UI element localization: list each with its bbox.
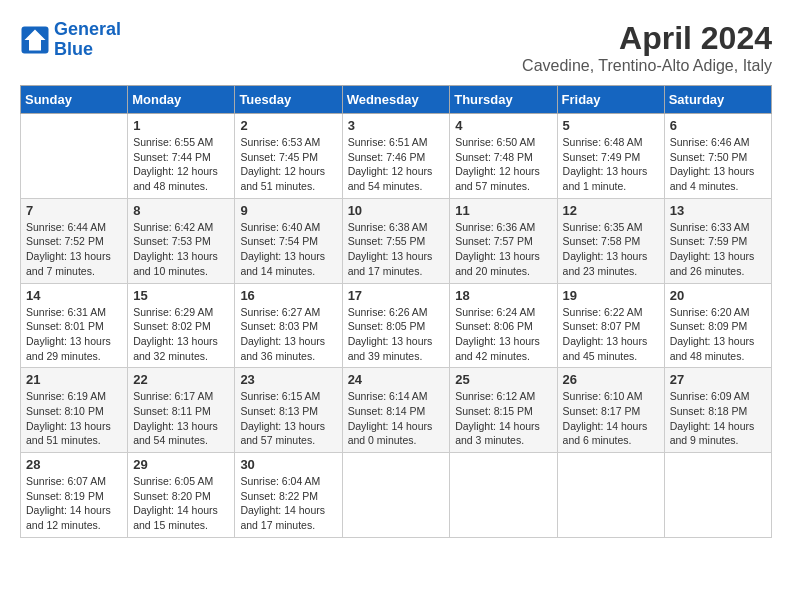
day-number: 30: [240, 457, 336, 472]
day-header-sunday: Sunday: [21, 86, 128, 114]
day-info: Sunrise: 6:15 AM Sunset: 8:13 PM Dayligh…: [240, 389, 336, 448]
day-info: Sunrise: 6:05 AM Sunset: 8:20 PM Dayligh…: [133, 474, 229, 533]
calendar-cell: 27Sunrise: 6:09 AM Sunset: 8:18 PM Dayli…: [664, 368, 771, 453]
calendar-cell: [21, 114, 128, 199]
day-number: 15: [133, 288, 229, 303]
calendar-cell: 16Sunrise: 6:27 AM Sunset: 8:03 PM Dayli…: [235, 283, 342, 368]
day-info: Sunrise: 6:31 AM Sunset: 8:01 PM Dayligh…: [26, 305, 122, 364]
week-row-2: 14Sunrise: 6:31 AM Sunset: 8:01 PM Dayli…: [21, 283, 772, 368]
day-info: Sunrise: 6:27 AM Sunset: 8:03 PM Dayligh…: [240, 305, 336, 364]
calendar-cell: 21Sunrise: 6:19 AM Sunset: 8:10 PM Dayli…: [21, 368, 128, 453]
calendar-cell: 10Sunrise: 6:38 AM Sunset: 7:55 PM Dayli…: [342, 198, 450, 283]
day-header-tuesday: Tuesday: [235, 86, 342, 114]
day-number: 22: [133, 372, 229, 387]
day-number: 26: [563, 372, 659, 387]
calendar-body: 1Sunrise: 6:55 AM Sunset: 7:44 PM Daylig…: [21, 114, 772, 538]
day-number: 5: [563, 118, 659, 133]
calendar-cell: 25Sunrise: 6:12 AM Sunset: 8:15 PM Dayli…: [450, 368, 557, 453]
week-row-0: 1Sunrise: 6:55 AM Sunset: 7:44 PM Daylig…: [21, 114, 772, 199]
day-number: 1: [133, 118, 229, 133]
day-info: Sunrise: 6:55 AM Sunset: 7:44 PM Dayligh…: [133, 135, 229, 194]
calendar-cell: 1Sunrise: 6:55 AM Sunset: 7:44 PM Daylig…: [128, 114, 235, 199]
day-info: Sunrise: 6:26 AM Sunset: 8:05 PM Dayligh…: [348, 305, 445, 364]
day-info: Sunrise: 6:07 AM Sunset: 8:19 PM Dayligh…: [26, 474, 122, 533]
day-number: 25: [455, 372, 551, 387]
day-info: Sunrise: 6:46 AM Sunset: 7:50 PM Dayligh…: [670, 135, 766, 194]
calendar-cell: [342, 453, 450, 538]
calendar-cell: [450, 453, 557, 538]
calendar-cell: 23Sunrise: 6:15 AM Sunset: 8:13 PM Dayli…: [235, 368, 342, 453]
title-block: April 2024 Cavedine, Trentino-Alto Adige…: [522, 20, 772, 75]
calendar-cell: 4Sunrise: 6:50 AM Sunset: 7:48 PM Daylig…: [450, 114, 557, 199]
day-number: 11: [455, 203, 551, 218]
calendar-cell: 3Sunrise: 6:51 AM Sunset: 7:46 PM Daylig…: [342, 114, 450, 199]
day-number: 14: [26, 288, 122, 303]
day-number: 6: [670, 118, 766, 133]
calendar-cell: 26Sunrise: 6:10 AM Sunset: 8:17 PM Dayli…: [557, 368, 664, 453]
day-number: 18: [455, 288, 551, 303]
calendar-cell: 13Sunrise: 6:33 AM Sunset: 7:59 PM Dayli…: [664, 198, 771, 283]
calendar-cell: 11Sunrise: 6:36 AM Sunset: 7:57 PM Dayli…: [450, 198, 557, 283]
day-info: Sunrise: 6:42 AM Sunset: 7:53 PM Dayligh…: [133, 220, 229, 279]
day-number: 19: [563, 288, 659, 303]
day-info: Sunrise: 6:48 AM Sunset: 7:49 PM Dayligh…: [563, 135, 659, 194]
calendar-cell: 12Sunrise: 6:35 AM Sunset: 7:58 PM Dayli…: [557, 198, 664, 283]
day-info: Sunrise: 6:33 AM Sunset: 7:59 PM Dayligh…: [670, 220, 766, 279]
day-number: 23: [240, 372, 336, 387]
day-number: 20: [670, 288, 766, 303]
calendar-cell: 2Sunrise: 6:53 AM Sunset: 7:45 PM Daylig…: [235, 114, 342, 199]
week-row-1: 7Sunrise: 6:44 AM Sunset: 7:52 PM Daylig…: [21, 198, 772, 283]
day-info: Sunrise: 6:29 AM Sunset: 8:02 PM Dayligh…: [133, 305, 229, 364]
day-number: 16: [240, 288, 336, 303]
logo-icon: [20, 25, 50, 55]
day-header-saturday: Saturday: [664, 86, 771, 114]
calendar-table: SundayMondayTuesdayWednesdayThursdayFrid…: [20, 85, 772, 538]
day-header-wednesday: Wednesday: [342, 86, 450, 114]
day-number: 4: [455, 118, 551, 133]
day-info: Sunrise: 6:22 AM Sunset: 8:07 PM Dayligh…: [563, 305, 659, 364]
day-number: 12: [563, 203, 659, 218]
day-number: 21: [26, 372, 122, 387]
calendar-cell: 29Sunrise: 6:05 AM Sunset: 8:20 PM Dayli…: [128, 453, 235, 538]
day-info: Sunrise: 6:53 AM Sunset: 7:45 PM Dayligh…: [240, 135, 336, 194]
calendar-cell: 8Sunrise: 6:42 AM Sunset: 7:53 PM Daylig…: [128, 198, 235, 283]
week-row-4: 28Sunrise: 6:07 AM Sunset: 8:19 PM Dayli…: [21, 453, 772, 538]
day-info: Sunrise: 6:50 AM Sunset: 7:48 PM Dayligh…: [455, 135, 551, 194]
day-number: 17: [348, 288, 445, 303]
day-info: Sunrise: 6:04 AM Sunset: 8:22 PM Dayligh…: [240, 474, 336, 533]
day-number: 3: [348, 118, 445, 133]
day-info: Sunrise: 6:44 AM Sunset: 7:52 PM Dayligh…: [26, 220, 122, 279]
day-header-friday: Friday: [557, 86, 664, 114]
calendar-cell: 9Sunrise: 6:40 AM Sunset: 7:54 PM Daylig…: [235, 198, 342, 283]
day-info: Sunrise: 6:36 AM Sunset: 7:57 PM Dayligh…: [455, 220, 551, 279]
day-number: 2: [240, 118, 336, 133]
calendar-cell: 14Sunrise: 6:31 AM Sunset: 8:01 PM Dayli…: [21, 283, 128, 368]
week-row-3: 21Sunrise: 6:19 AM Sunset: 8:10 PM Dayli…: [21, 368, 772, 453]
day-header-monday: Monday: [128, 86, 235, 114]
day-info: Sunrise: 6:51 AM Sunset: 7:46 PM Dayligh…: [348, 135, 445, 194]
day-info: Sunrise: 6:35 AM Sunset: 7:58 PM Dayligh…: [563, 220, 659, 279]
calendar-cell: [664, 453, 771, 538]
day-info: Sunrise: 6:09 AM Sunset: 8:18 PM Dayligh…: [670, 389, 766, 448]
calendar-cell: 17Sunrise: 6:26 AM Sunset: 8:05 PM Dayli…: [342, 283, 450, 368]
day-number: 27: [670, 372, 766, 387]
day-info: Sunrise: 6:17 AM Sunset: 8:11 PM Dayligh…: [133, 389, 229, 448]
calendar-cell: 18Sunrise: 6:24 AM Sunset: 8:06 PM Dayli…: [450, 283, 557, 368]
calendar-cell: 6Sunrise: 6:46 AM Sunset: 7:50 PM Daylig…: [664, 114, 771, 199]
day-header-thursday: Thursday: [450, 86, 557, 114]
logo-text: General Blue: [54, 20, 121, 60]
calendar-cell: 24Sunrise: 6:14 AM Sunset: 8:14 PM Dayli…: [342, 368, 450, 453]
calendar-cell: [557, 453, 664, 538]
day-number: 28: [26, 457, 122, 472]
day-info: Sunrise: 6:20 AM Sunset: 8:09 PM Dayligh…: [670, 305, 766, 364]
calendar-cell: 30Sunrise: 6:04 AM Sunset: 8:22 PM Dayli…: [235, 453, 342, 538]
calendar-cell: 19Sunrise: 6:22 AM Sunset: 8:07 PM Dayli…: [557, 283, 664, 368]
day-number: 29: [133, 457, 229, 472]
day-number: 9: [240, 203, 336, 218]
calendar-cell: 28Sunrise: 6:07 AM Sunset: 8:19 PM Dayli…: [21, 453, 128, 538]
day-number: 10: [348, 203, 445, 218]
day-info: Sunrise: 6:40 AM Sunset: 7:54 PM Dayligh…: [240, 220, 336, 279]
calendar-header-row: SundayMondayTuesdayWednesdayThursdayFrid…: [21, 86, 772, 114]
calendar-cell: 22Sunrise: 6:17 AM Sunset: 8:11 PM Dayli…: [128, 368, 235, 453]
location-subtitle: Cavedine, Trentino-Alto Adige, Italy: [522, 57, 772, 75]
